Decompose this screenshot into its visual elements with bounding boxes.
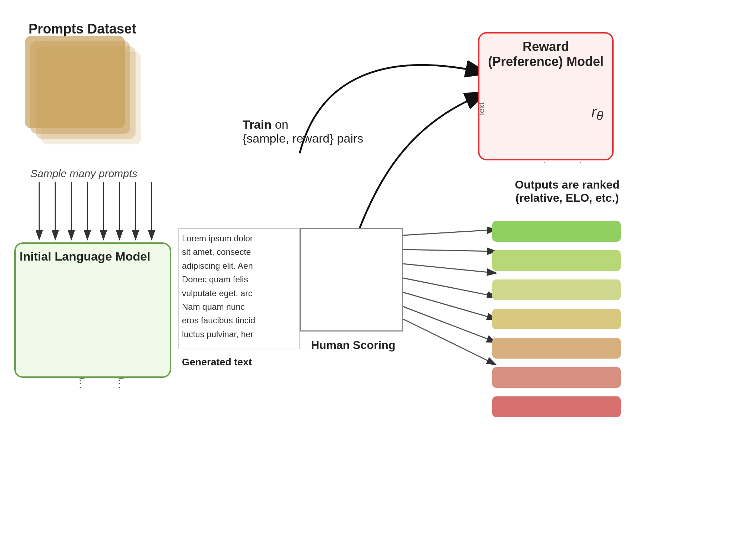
ranked-bar-1	[492, 221, 621, 242]
diagram-container: ⋮ ⋮	[0, 0, 742, 560]
generated-text-content: Lorem ipsum dolor sit amet, consecte adi…	[182, 232, 293, 341]
svg-text:⋮: ⋮	[75, 378, 85, 389]
ranked-bar-5	[492, 338, 621, 359]
svg-rect-103	[36, 46, 136, 139]
ranked-bar-6	[492, 367, 621, 388]
r-theta-label: rθ	[591, 103, 603, 123]
ranked-bar-7	[492, 396, 621, 417]
reward-model-title: Reward (Preference) Model	[483, 39, 608, 69]
svg-rect-102	[41, 52, 141, 144]
human-scoring-label: Human Scoring	[307, 339, 400, 352]
ilm-title: Initial Language Model	[20, 250, 155, 263]
human-scoring-box	[300, 228, 403, 332]
train-text: Train on{sample, reward} pairs	[243, 118, 363, 145]
svg-line-16	[403, 307, 492, 341]
outputs-title: Outputs are ranked (relative, ELO, etc.)	[499, 178, 635, 205]
ranked-bar-3	[492, 279, 621, 300]
sample-prompts-text: Sample many prompts	[30, 168, 137, 180]
svg-rect-104	[30, 41, 130, 134]
ranked-bars-container	[492, 221, 621, 417]
svg-line-15	[403, 292, 492, 318]
svg-rect-105	[25, 36, 125, 128]
svg-line-14	[403, 278, 492, 296]
svg-line-17	[403, 319, 492, 363]
arrows-down-group	[39, 182, 152, 235]
svg-line-11	[403, 230, 492, 235]
generated-text-label: Generated text	[182, 356, 252, 368]
prompts-dataset-title: Prompts Dataset	[29, 21, 136, 37]
svg-text:⋮: ⋮	[115, 378, 124, 389]
svg-line-12	[403, 250, 492, 251]
ranked-bar-4	[492, 309, 621, 329]
text-rotated-label: text	[477, 103, 486, 115]
train-bold-text: Train	[243, 118, 271, 131]
ranked-bar-2	[492, 250, 621, 271]
svg-line-13	[403, 264, 492, 273]
